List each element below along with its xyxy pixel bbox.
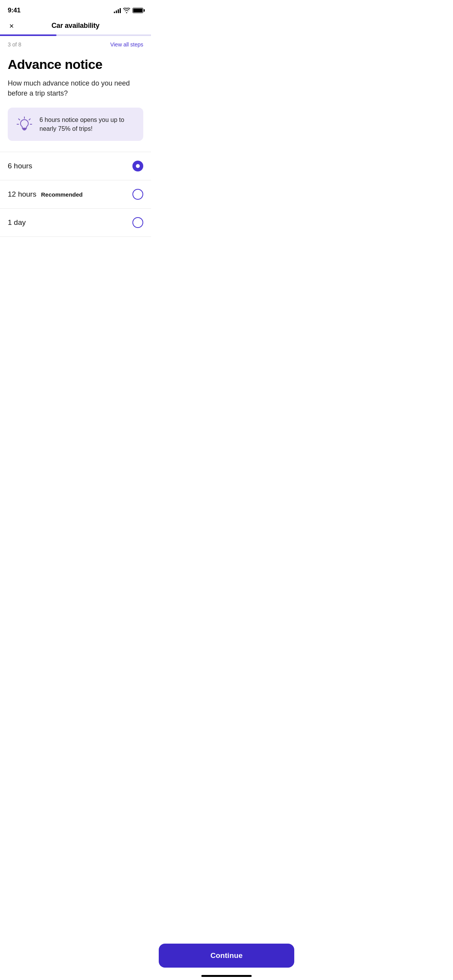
- lightbulb-icon: [15, 115, 34, 134]
- svg-line-1: [29, 119, 30, 120]
- progress-bar-track: [0, 34, 151, 36]
- radio-6hours[interactable]: [132, 161, 143, 171]
- tip-text: 6 hours notice opens you up to nearly 75…: [39, 115, 136, 133]
- page-title: Advance notice: [8, 57, 143, 72]
- svg-line-3: [19, 119, 20, 120]
- status-icons: [114, 8, 143, 13]
- tip-box: 6 hours notice opens you up to nearly 75…: [8, 108, 143, 141]
- progress-bar-fill: [0, 34, 57, 36]
- signal-icon: [114, 8, 121, 13]
- radio-6hours-inner: [136, 164, 140, 168]
- option-12hours[interactable]: 12 hours Recommended: [0, 180, 151, 209]
- close-button[interactable]: ×: [8, 21, 15, 31]
- option-1day-label: 1 day: [8, 218, 26, 227]
- option-6hours[interactable]: 6 hours: [0, 152, 151, 180]
- option-1day[interactable]: 1 day: [0, 209, 151, 237]
- step-counter: 3 of 8: [8, 41, 21, 48]
- page-subtitle: How much advance notice do you need befo…: [8, 78, 143, 98]
- option-12hours-badge: Recommended: [41, 191, 83, 198]
- status-time: 9:41: [8, 7, 21, 14]
- option-12hours-label: 12 hours: [8, 190, 36, 199]
- wifi-icon: [123, 8, 130, 13]
- nav-header: × Car availability: [0, 19, 151, 34]
- step-row: 3 of 8 View all steps: [0, 36, 151, 48]
- battery-icon: [132, 8, 143, 13]
- option-6hours-label: 6 hours: [8, 162, 32, 170]
- radio-12hours[interactable]: [132, 189, 143, 200]
- options-list: 6 hours 12 hours Recommended 1 day: [0, 152, 151, 237]
- page-header-title: Car availability: [51, 22, 100, 30]
- main-content: Advance notice How much advance notice d…: [0, 48, 151, 141]
- radio-1day[interactable]: [132, 217, 143, 228]
- status-bar: 9:41: [0, 0, 151, 19]
- view-all-steps-button[interactable]: View all steps: [110, 41, 143, 48]
